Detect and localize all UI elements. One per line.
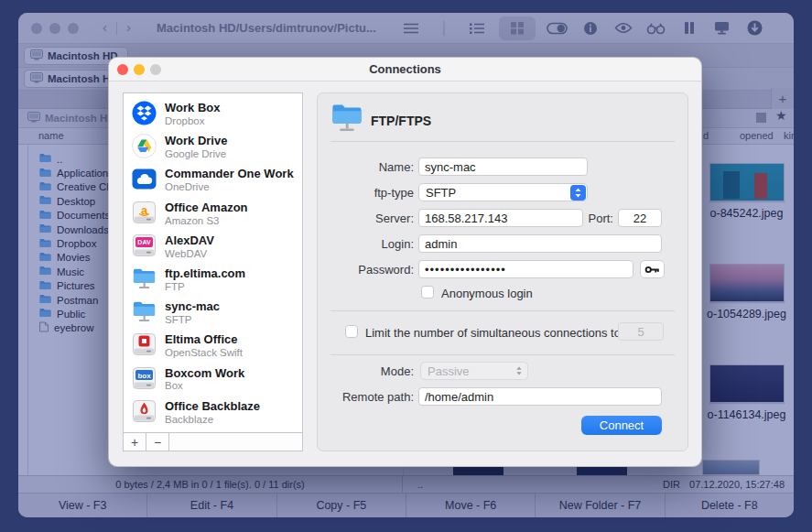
connection-type: WebDAV [165,248,214,260]
footer-filler [169,433,302,451]
connection-item[interactable]: Commander One Work OneDrive [124,164,302,197]
onedrive-icon [132,167,157,195]
port-field[interactable] [618,209,662,227]
dialog-title-bar[interactable]: Connections [109,58,701,81]
openstack-icon [132,332,157,360]
anonymous-login-checkbox[interactable] [421,286,434,299]
login-label: Login: [318,237,414,251]
separator [330,310,675,311]
backblaze-icon [132,399,157,427]
separator [330,141,675,142]
connection-item[interactable]: Office Backblaze Backblaze [124,396,302,429]
connection-name: AlexDAV [165,234,214,248]
box-icon: box [132,366,157,394]
connect-button[interactable]: Connect [581,416,662,435]
connections-list: Work Box Dropbox Work Drive Google Drive [123,92,303,451]
connection-type: Dropbox [165,115,220,127]
connections-dialog: Connections Work Box Dropbox [108,57,702,467]
netfolder-icon [132,267,157,294]
limit-connections-label: Limit the number of simultaneous connect… [365,326,621,340]
remote-path-field[interactable] [418,387,662,406]
name-field[interactable] [418,157,588,176]
dropbox-icon [132,101,157,129]
port-label: Port: [551,212,613,225]
connection-item[interactable]: Work Box Dropbox [124,98,302,131]
netfolder-icon [132,300,157,327]
connection-type: Google Drive [165,148,227,160]
remove-connection-button[interactable]: − [146,433,169,451]
stepper-icon [511,364,526,379]
connection-name: Commander One Work [165,168,294,181]
gdrive-icon [132,134,157,162]
connection-item[interactable]: box Boxcom Work Box [124,364,302,396]
separator [330,354,675,355]
connection-item[interactable]: sync-mac SFTP [124,297,302,330]
connection-name: Work Drive [165,135,227,148]
connection-name: ftp.eltima.com [165,267,245,281]
connection-item[interactable]: ftp.eltima.com FTP [124,264,302,297]
webdav-icon: DAV [132,233,157,261]
ftp-type-select[interactable]: SFTP [418,183,588,201]
connection-name: Work Box [165,102,220,115]
name-label: Name: [318,160,414,174]
dialog-title: Connections [109,62,701,76]
ftp-form-panel: FTP/FTPS Name: ftp-type SFTP Server: Por… [317,92,688,451]
mode-label: Mode: [318,364,414,378]
connection-type: SFTP [165,314,220,326]
connection-name: sync-mac [165,300,220,314]
connection-type: FTP [165,281,245,293]
limit-count-field [618,322,664,341]
connection-item[interactable]: Work Drive Google Drive [124,131,302,164]
connection-name: Boxcom Work [165,367,244,381]
svg-text:DAV: DAV [137,239,151,245]
password-label: Password: [318,263,414,277]
key-icon [644,265,660,275]
amazon-icon: a [132,201,157,228]
connection-type: OpenStack Swift [165,347,243,359]
form-header: FTP/FTPS [371,114,431,128]
connection-type: Box [165,380,244,392]
server-label: Server: [318,212,414,225]
remote-path-label: Remote path: [318,390,414,404]
connection-item[interactable]: a Office Amazon Amazon S3 [124,198,302,231]
connection-name: Office Amazon [165,201,248,215]
connection-type: OneDrive [165,181,294,193]
stepper-icon [570,185,586,201]
connection-type: Amazon S3 [165,215,248,227]
connection-item[interactable]: Eltima Office OpenStack Swift [124,330,302,363]
password-field[interactable] [418,260,633,278]
svg-text:box: box [137,371,151,379]
connection-type: Backblaze [165,414,260,426]
anonymous-login-label: Anonymous login [441,287,533,300]
mode-select: Passive [420,362,528,380]
connection-name: Eltima Office [165,333,243,347]
login-field[interactable] [418,234,662,253]
ftp-type-label: ftp-type [318,186,414,200]
connection-name: Office Backblaze [165,400,260,414]
limit-connections-checkbox[interactable] [345,325,358,338]
ftp-folder-icon [330,103,363,137]
show-password-button[interactable] [640,260,665,278]
add-connection-button[interactable]: + [124,433,146,451]
connection-item[interactable]: DAV AlexDAV WebDAV [124,231,302,264]
